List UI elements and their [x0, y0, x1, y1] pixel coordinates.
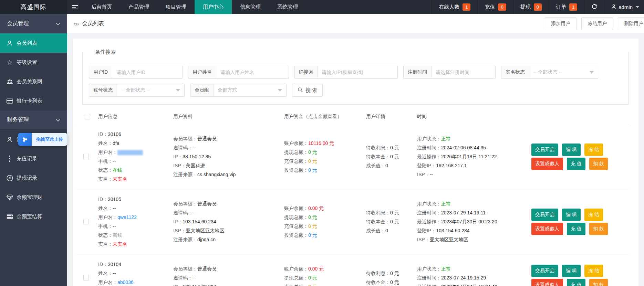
- register-time-input[interactable]: [432, 66, 494, 78]
- row-action-button[interactable]: 冻 结: [584, 265, 603, 277]
- row-action-button[interactable]: 交易开启: [531, 209, 558, 221]
- field-label: IP：: [173, 219, 183, 224]
- field-line: 待收本金：0 元: [366, 152, 414, 161]
- field-line: 待收本金：0 元: [366, 217, 414, 226]
- nav-item-system[interactable]: 系统管理: [269, 0, 306, 14]
- content: 条件搜索 用户ID 用户姓名 IP搜索 注册时间: [67, 33, 644, 286]
- row-action-button[interactable]: 编 辑: [562, 144, 581, 156]
- field-label: 待收利息：: [366, 145, 390, 150]
- field-line: ISP：美国科进: [173, 161, 281, 170]
- row-action-button[interactable]: 设置成假人: [531, 158, 563, 170]
- user-profile-cell: 会员等级：普通会员邀请码：--IP：38.150.12.85ISP：美国科进注册…: [173, 129, 284, 184]
- sidebar-item-recharge-records[interactable]: 充值记录: [0, 149, 67, 168]
- main-area: »» 会员列表 添加用户 冻结用户 删除用户 条件搜索 用户ID 用户姓名: [67, 0, 644, 286]
- member-group-select[interactable]: 全部方式: [214, 84, 286, 96]
- row-action-button[interactable]: 扣 款: [589, 158, 608, 170]
- nav-item-projects[interactable]: 项目管理: [157, 0, 195, 14]
- sidebar-item-withdraw-records[interactable]: ¥ 提现记录: [0, 168, 67, 188]
- menu-toggle-icon[interactable]: [67, 0, 83, 14]
- field-value: 0 元: [390, 271, 399, 276]
- nav-item-messages[interactable]: 信息管理: [232, 0, 269, 14]
- field-line: 投资总额：0 元: [284, 231, 363, 240]
- sidebar-item-yuebao-settlement[interactable]: 余额宝结算: [0, 207, 67, 226]
- row-action-button[interactable]: 冻 结: [584, 209, 603, 221]
- row-action-button[interactable]: 交易开启: [531, 265, 558, 277]
- delete-user-button[interactable]: 删除用户: [618, 17, 644, 30]
- sidebar-section-finance[interactable]: 财务管理: [0, 110, 67, 130]
- row-action-button[interactable]: 编 辑: [562, 209, 581, 221]
- stat-recharge[interactable]: 充值 0: [477, 0, 513, 14]
- field-value: 亚太地区亚太地区: [430, 237, 468, 242]
- field-value: 0 元: [390, 219, 399, 224]
- chevron-down-icon: [176, 89, 180, 92]
- field-label: 充值总额：: [284, 223, 308, 229]
- row-checkbox[interactable]: [83, 154, 89, 159]
- username-link[interactable]: ab0036: [117, 279, 134, 285]
- user-id-input[interactable]: [112, 66, 183, 78]
- row-action-button[interactable]: 交易开启: [531, 144, 558, 156]
- user-icon: [611, 4, 616, 10]
- row-action-button[interactable]: 编 辑: [562, 265, 581, 277]
- row-checkbox[interactable]: [83, 275, 89, 280]
- row-action-button[interactable]: 扣 款: [589, 279, 608, 286]
- row-action-button[interactable]: 充 值: [567, 223, 585, 235]
- field-line: 状态：离线: [98, 231, 170, 240]
- field-line: 用户状态：正常: [417, 199, 529, 208]
- row-checkbox[interactable]: [83, 219, 89, 224]
- nav-item-products[interactable]: 产品管理: [120, 0, 157, 14]
- user-name-input[interactable]: [216, 66, 288, 78]
- field-line: 提现总额：0 元: [284, 148, 363, 157]
- sidebar-item-yuebao-invest[interactable]: 余额宝理财: [0, 188, 67, 207]
- row-action-button[interactable]: 充 值: [567, 158, 585, 170]
- sidebar-item-member-network[interactable]: 会员关系网: [0, 72, 67, 91]
- member-table: 用户信息 用户资料 用户资金（点击金额查看） 用户详情 时间 ID：30106姓…: [77, 109, 629, 286]
- user-icon: [6, 136, 13, 142]
- account-status-select[interactable]: -- 全部状态 --: [117, 84, 184, 96]
- topbar-right: 在线人数 1 充值 0 提现 0 订单 1 admin: [432, 0, 644, 14]
- server-icon: [6, 214, 13, 219]
- sidebar-item-flow-records[interactable]: 流 拖拽至此上传: [0, 130, 67, 149]
- field-value: 0 元: [308, 149, 317, 155]
- count-badge: 1: [463, 3, 470, 11]
- field-label: 注册来源：: [173, 172, 197, 177]
- sidebar-section-members[interactable]: 会员管理: [0, 14, 67, 33]
- nav-item-user-center[interactable]: 用户中心: [195, 0, 232, 14]
- username-link[interactable]: qwe1122: [117, 214, 137, 220]
- field-value: 38.150.12.85: [183, 154, 211, 159]
- star-icon: ☆: [6, 59, 13, 66]
- realname-status-select[interactable]: -- 全部状态 --: [529, 66, 598, 78]
- row-action-button[interactable]: 设置成假人: [531, 279, 563, 286]
- field-label: 账户余额：: [284, 140, 308, 146]
- field-label: 邀请码：: [173, 145, 193, 150]
- field-value: --: [113, 223, 116, 229]
- stat-orders[interactable]: 订单 1: [549, 0, 584, 14]
- field-value: 192.168.217.1: [436, 163, 467, 168]
- search-button[interactable]: 搜 索: [292, 84, 323, 97]
- field-line: 最近操作：2023年07月24日 19:34:42: [417, 282, 529, 286]
- row-action-button[interactable]: 充 值: [567, 279, 585, 286]
- add-user-button[interactable]: 添加用户: [545, 17, 577, 30]
- sidebar-item-bank-cards[interactable]: 银行卡列表: [0, 91, 67, 110]
- row-actions-cell: 交易开启编 辑冻 结设置成假人充 值扣 款: [531, 136, 629, 177]
- row-action-button[interactable]: 冻 结: [584, 144, 603, 156]
- stat-online-users[interactable]: 在线人数 1: [432, 0, 477, 14]
- field-label: 状态：: [98, 232, 113, 238]
- user-info-cell: ID：30105姓名：--用户名：qwe1122手机：--状态：离线实名：未实名: [98, 189, 173, 254]
- field-line: 成长值：0: [366, 226, 414, 235]
- user-time-cell: 用户状态：正常注册时间：2023-07-24 19:15:29最近操作：2023…: [417, 259, 531, 286]
- row-action-button[interactable]: 扣 款: [589, 223, 608, 235]
- user-menu[interactable]: admin: [604, 0, 644, 14]
- field-value: 103.154.60.234: [436, 228, 469, 233]
- search-button-label: 搜 索: [305, 87, 317, 94]
- sidebar-item-member-list[interactable]: 会员列表: [0, 33, 67, 53]
- svg-text:¥: ¥: [9, 176, 11, 180]
- sidebar-item-level-settings[interactable]: ☆ 等级设置: [0, 53, 67, 72]
- select-all-checkbox[interactable]: [85, 114, 90, 119]
- field-value: 0 元: [308, 158, 317, 164]
- refresh-button[interactable]: [584, 0, 604, 14]
- ip-search-input[interactable]: [318, 66, 391, 78]
- nav-item-dashboard[interactable]: 后台首页: [83, 0, 120, 14]
- freeze-user-button[interactable]: 冻结用户: [581, 17, 613, 30]
- row-action-button[interactable]: 设置成假人: [531, 223, 563, 235]
- stat-withdraw[interactable]: 提现 0: [513, 0, 549, 14]
